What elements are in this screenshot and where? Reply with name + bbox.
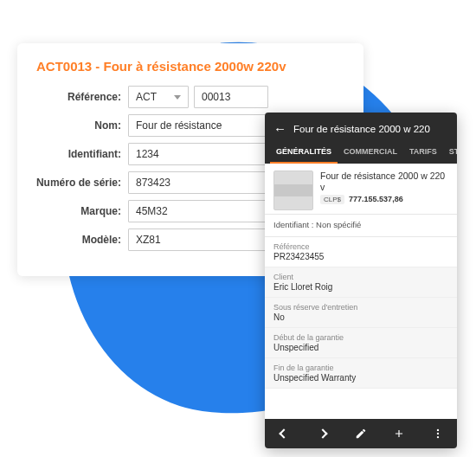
section-client-value: Eric Lloret Roig <box>273 282 448 292</box>
add-button[interactable] <box>380 428 418 440</box>
section-warranty-end-label: Fin de la garantie <box>273 364 448 372</box>
section-warranty-end-value: Unspecified Warranty <box>273 373 448 383</box>
tab-stock[interactable]: STOCK <box>443 141 457 164</box>
reference-prefix-select[interactable]: ACT <box>128 86 189 108</box>
section-warranty-start: Début de la garantie Unspecified <box>265 328 457 358</box>
svg-point-1 <box>437 433 439 434</box>
label-nom: Nom: <box>33 119 128 132</box>
row-reference: Référence: ACT <box>33 86 348 108</box>
svg-point-2 <box>437 436 439 438</box>
section-maintenance-label: Sous réserve d'entretien <box>273 303 448 312</box>
more-button[interactable] <box>419 428 457 440</box>
mobile-footer <box>265 419 457 448</box>
section-reference-value: PR23423455 <box>273 252 448 261</box>
card-title: ACT0013 - Four à résistance 2000w 220v <box>36 59 348 74</box>
mobile-summary: Four de résistance 2000 w 220 v CLP$ 777… <box>265 164 457 215</box>
pencil-icon <box>355 428 367 440</box>
identifiant-line: Identifiant : Non spécifié <box>265 215 457 237</box>
chevron-down-icon <box>174 95 181 100</box>
product-thumbnail <box>273 171 313 210</box>
summary-title: Four de résistance 2000 w 220 v <box>320 171 448 193</box>
section-reference: Référence PR23423455 <box>265 237 457 267</box>
mobile-tabs: GÉNÉRALITÉS COMMERCIAL TARIFS STOCK <box>265 141 457 164</box>
label-identifiant: Identifiant: <box>33 148 128 160</box>
plus-icon <box>393 428 405 440</box>
reference-number-input[interactable] <box>194 86 268 108</box>
section-warranty-start-label: Début de la garantie <box>273 333 448 342</box>
section-warranty-start-value: Unspecified <box>273 343 448 352</box>
tab-generalites[interactable]: GÉNÉRALITÉS <box>270 141 338 164</box>
mobile-preview: ← Four de résistance 2000 w 220 GÉNÉRALI… <box>265 113 457 448</box>
label-reference: Référence: <box>33 91 128 103</box>
prev-button[interactable] <box>265 430 303 437</box>
back-arrow-icon[interactable]: ← <box>273 121 286 136</box>
chevron-right-icon <box>318 428 327 438</box>
tab-tarifs[interactable]: TARIFS <box>403 141 443 164</box>
section-client: Client Eric Lloret Roig <box>265 267 457 298</box>
next-button[interactable] <box>303 430 341 437</box>
currency-badge: CLP$ <box>320 195 344 204</box>
chevron-left-icon <box>280 428 289 438</box>
label-modele: Modèle: <box>33 234 128 246</box>
price-value: 777.155.537,86 <box>349 195 403 203</box>
edit-button[interactable] <box>342 428 380 440</box>
summary-text: Four de résistance 2000 w 220 v CLP$ 777… <box>320 171 448 210</box>
reference-prefix-value: ACT <box>136 91 157 103</box>
label-serie: Numéro de série: <box>33 177 128 189</box>
mobile-body: Four de résistance 2000 w 220 v CLP$ 777… <box>265 164 457 419</box>
tab-commercial[interactable]: COMMERCIAL <box>338 141 403 164</box>
more-vert-icon <box>432 428 444 440</box>
mobile-header: ← Four de résistance 2000 w 220 <box>265 113 457 141</box>
section-client-label: Client <box>273 273 448 281</box>
section-reference-label: Référence <box>273 242 448 251</box>
section-maintenance-value: No <box>273 312 448 322</box>
svg-point-0 <box>437 429 439 431</box>
mobile-title: Four de résistance 2000 w 220 <box>293 124 430 134</box>
label-marque: Marque: <box>33 205 128 217</box>
section-maintenance: Sous réserve d'entretien No <box>265 298 457 328</box>
section-warranty-end: Fin de la garantie Unspecified Warranty <box>265 358 457 389</box>
